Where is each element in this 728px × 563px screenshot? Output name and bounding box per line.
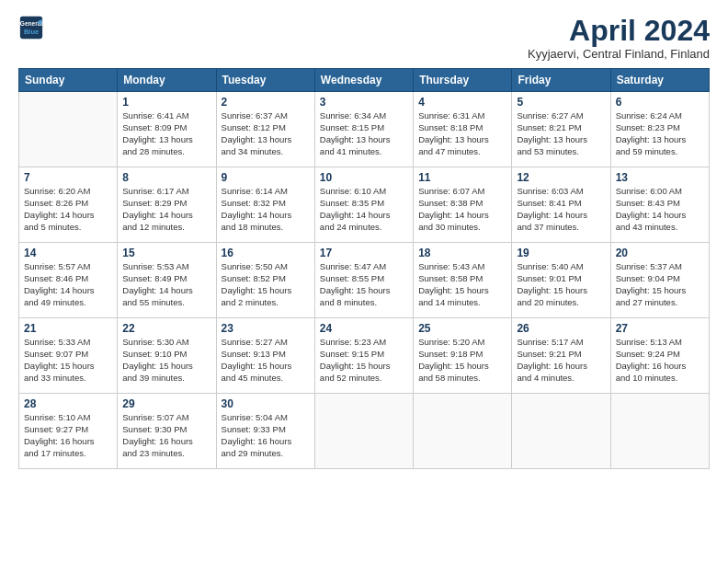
col-wednesday: Wednesday — [314, 69, 413, 92]
day-info: Sunrise: 6:37 AM Sunset: 8:12 PM Dayligh… — [222, 110, 310, 157]
month-title: April 2024 — [528, 15, 710, 47]
day-info: Sunrise: 6:20 AM Sunset: 8:26 PM Dayligh… — [24, 186, 112, 233]
day-info: Sunrise: 6:07 AM Sunset: 8:38 PM Dayligh… — [418, 186, 506, 233]
day-number: 18 — [418, 247, 506, 259]
day-number: 5 — [517, 96, 605, 109]
col-monday: Monday — [118, 69, 216, 92]
table-row: 10Sunrise: 6:10 AM Sunset: 8:35 PM Dayli… — [314, 167, 413, 243]
day-number: 11 — [418, 171, 506, 184]
table-row: 22Sunrise: 5:30 AM Sunset: 9:10 PM Dayli… — [118, 318, 216, 394]
title-area: April 2024 Kyyjaervi, Central Finland, F… — [528, 15, 710, 61]
table-row: 27Sunrise: 5:13 AM Sunset: 9:24 PM Dayli… — [610, 318, 709, 394]
day-number: 8 — [122, 171, 210, 184]
day-number: 24 — [320, 322, 408, 335]
day-number: 19 — [517, 247, 605, 259]
day-info: Sunrise: 5:50 AM Sunset: 8:52 PM Dayligh… — [222, 261, 310, 308]
day-info: Sunrise: 6:00 AM Sunset: 8:43 PM Dayligh… — [616, 186, 704, 233]
table-row: 16Sunrise: 5:50 AM Sunset: 8:52 PM Dayli… — [216, 243, 314, 318]
day-info: Sunrise: 5:20 AM Sunset: 9:18 PM Dayligh… — [418, 337, 506, 384]
day-number: 13 — [616, 171, 704, 184]
day-info: Sunrise: 6:17 AM Sunset: 8:29 PM Dayligh… — [122, 186, 210, 233]
table-row: 21Sunrise: 5:33 AM Sunset: 9:07 PM Dayli… — [19, 318, 118, 394]
day-info: Sunrise: 5:57 AM Sunset: 8:46 PM Dayligh… — [24, 261, 112, 308]
col-friday: Friday — [512, 69, 610, 92]
col-thursday: Thursday — [414, 69, 512, 92]
day-number: 17 — [320, 247, 408, 259]
table-row: 4Sunrise: 6:31 AM Sunset: 8:18 PM Daylig… — [414, 92, 512, 167]
day-number: 10 — [320, 171, 408, 184]
table-row: 8Sunrise: 6:17 AM Sunset: 8:29 PM Daylig… — [118, 167, 216, 243]
table-row: 6Sunrise: 6:24 AM Sunset: 8:23 PM Daylig… — [610, 92, 709, 167]
day-number: 22 — [122, 322, 210, 335]
day-info: Sunrise: 6:24 AM Sunset: 8:23 PM Dayligh… — [616, 110, 704, 157]
day-info: Sunrise: 5:37 AM Sunset: 9:04 PM Dayligh… — [616, 261, 704, 308]
day-number: 26 — [517, 322, 605, 335]
col-sunday: Sunday — [19, 69, 118, 92]
week-row-2: 7Sunrise: 6:20 AM Sunset: 8:26 PM Daylig… — [19, 167, 710, 243]
table-row: 26Sunrise: 5:17 AM Sunset: 9:21 PM Dayli… — [512, 318, 610, 394]
day-number: 25 — [418, 322, 506, 335]
day-info: Sunrise: 5:10 AM Sunset: 9:27 PM Dayligh… — [24, 412, 112, 459]
table-row: 30Sunrise: 5:04 AM Sunset: 9:33 PM Dayli… — [216, 394, 314, 469]
table-row: 12Sunrise: 6:03 AM Sunset: 8:41 PM Dayli… — [512, 167, 610, 243]
table-row: 11Sunrise: 6:07 AM Sunset: 8:38 PM Dayli… — [414, 167, 512, 243]
table-row — [610, 394, 709, 469]
table-row: 17Sunrise: 5:47 AM Sunset: 8:55 PM Dayli… — [314, 243, 413, 318]
header-row: Sunday Monday Tuesday Wednesday Thursday… — [19, 69, 710, 92]
day-info: Sunrise: 6:41 AM Sunset: 8:09 PM Dayligh… — [122, 110, 210, 157]
table-row: 1Sunrise: 6:41 AM Sunset: 8:09 PM Daylig… — [118, 92, 216, 167]
day-info: Sunrise: 5:13 AM Sunset: 9:24 PM Dayligh… — [616, 337, 704, 384]
week-row-1: 1Sunrise: 6:41 AM Sunset: 8:09 PM Daylig… — [19, 92, 710, 167]
day-info: Sunrise: 5:47 AM Sunset: 8:55 PM Dayligh… — [320, 261, 408, 308]
table-row: 28Sunrise: 5:10 AM Sunset: 9:27 PM Dayli… — [19, 394, 118, 469]
table-row: 2Sunrise: 6:37 AM Sunset: 8:12 PM Daylig… — [216, 92, 314, 167]
day-number: 12 — [517, 171, 605, 184]
table-row — [512, 394, 610, 469]
day-info: Sunrise: 5:04 AM Sunset: 9:33 PM Dayligh… — [222, 412, 310, 459]
logo-icon: General Blue — [18, 15, 44, 40]
table-row: 9Sunrise: 6:14 AM Sunset: 8:32 PM Daylig… — [216, 167, 314, 243]
table-row — [414, 394, 512, 469]
table-row: 3Sunrise: 6:34 AM Sunset: 8:15 PM Daylig… — [314, 92, 413, 167]
calendar-table: Sunday Monday Tuesday Wednesday Thursday… — [18, 68, 710, 469]
day-number: 16 — [222, 247, 310, 259]
day-info: Sunrise: 5:43 AM Sunset: 8:58 PM Dayligh… — [418, 261, 506, 308]
table-row: 14Sunrise: 5:57 AM Sunset: 8:46 PM Dayli… — [19, 243, 118, 318]
table-row: 13Sunrise: 6:00 AM Sunset: 8:43 PM Dayli… — [610, 167, 709, 243]
table-row — [19, 92, 118, 167]
table-row: 24Sunrise: 5:23 AM Sunset: 9:15 PM Dayli… — [314, 318, 413, 394]
table-row: 18Sunrise: 5:43 AM Sunset: 8:58 PM Dayli… — [414, 243, 512, 318]
table-row: 15Sunrise: 5:53 AM Sunset: 8:49 PM Dayli… — [118, 243, 216, 318]
day-number: 23 — [222, 322, 310, 335]
day-info: Sunrise: 5:07 AM Sunset: 9:30 PM Dayligh… — [122, 412, 210, 459]
day-info: Sunrise: 6:14 AM Sunset: 8:32 PM Dayligh… — [222, 186, 310, 233]
day-number: 20 — [616, 247, 704, 259]
day-info: Sunrise: 5:23 AM Sunset: 9:15 PM Dayligh… — [320, 337, 408, 384]
page: General Blue April 2024 Kyyjaervi, Centr… — [0, 0, 728, 563]
day-number: 2 — [222, 96, 310, 109]
day-info: Sunrise: 5:33 AM Sunset: 9:07 PM Dayligh… — [24, 337, 112, 384]
day-info: Sunrise: 6:34 AM Sunset: 8:15 PM Dayligh… — [320, 110, 408, 157]
col-saturday: Saturday — [610, 69, 709, 92]
day-info: Sunrise: 5:53 AM Sunset: 8:49 PM Dayligh… — [122, 261, 210, 308]
day-number: 28 — [24, 397, 112, 410]
week-row-4: 21Sunrise: 5:33 AM Sunset: 9:07 PM Dayli… — [19, 318, 710, 394]
day-info: Sunrise: 5:17 AM Sunset: 9:21 PM Dayligh… — [517, 337, 605, 384]
header: General Blue April 2024 Kyyjaervi, Centr… — [18, 15, 710, 61]
table-row: 23Sunrise: 5:27 AM Sunset: 9:13 PM Dayli… — [216, 318, 314, 394]
table-row: 25Sunrise: 5:20 AM Sunset: 9:18 PM Dayli… — [414, 318, 512, 394]
day-number: 3 — [320, 96, 408, 109]
day-info: Sunrise: 6:10 AM Sunset: 8:35 PM Dayligh… — [320, 186, 408, 233]
table-row — [314, 394, 413, 469]
table-row: 20Sunrise: 5:37 AM Sunset: 9:04 PM Dayli… — [610, 243, 709, 318]
day-number: 27 — [616, 322, 704, 335]
week-row-5: 28Sunrise: 5:10 AM Sunset: 9:27 PM Dayli… — [19, 394, 710, 469]
day-number: 30 — [222, 397, 310, 410]
day-info: Sunrise: 6:27 AM Sunset: 8:21 PM Dayligh… — [517, 110, 605, 157]
day-info: Sunrise: 6:31 AM Sunset: 8:18 PM Dayligh… — [418, 110, 506, 157]
day-number: 9 — [222, 171, 310, 184]
day-info: Sunrise: 6:03 AM Sunset: 8:41 PM Dayligh… — [517, 186, 605, 233]
table-row: 7Sunrise: 6:20 AM Sunset: 8:26 PM Daylig… — [19, 167, 118, 243]
table-row: 29Sunrise: 5:07 AM Sunset: 9:30 PM Dayli… — [118, 394, 216, 469]
table-row: 5Sunrise: 6:27 AM Sunset: 8:21 PM Daylig… — [512, 92, 610, 167]
